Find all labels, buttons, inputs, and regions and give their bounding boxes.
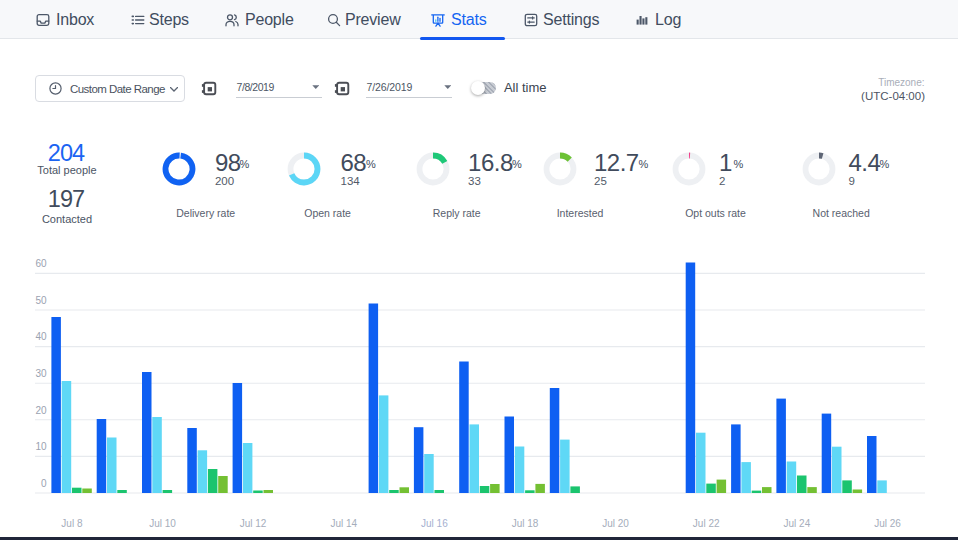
svg-text:40: 40 [35, 331, 47, 342]
svg-text:Jul 14: Jul 14 [330, 518, 357, 529]
svg-text:Jul 8: Jul 8 [61, 518, 83, 529]
svg-text:Jul 12: Jul 12 [240, 518, 267, 529]
svg-text:20: 20 [35, 405, 47, 416]
svg-text:Jul 24: Jul 24 [784, 518, 811, 529]
svg-text:Jul 22: Jul 22 [693, 518, 720, 529]
svg-text:Jul 10: Jul 10 [149, 518, 176, 529]
svg-text:Jul 16: Jul 16 [421, 518, 448, 529]
svg-text:10: 10 [35, 441, 47, 452]
svg-text:0: 0 [41, 478, 47, 489]
svg-text:Jul 20: Jul 20 [602, 518, 629, 529]
svg-text:Jul 26: Jul 26 [874, 518, 901, 529]
svg-text:50: 50 [35, 295, 47, 306]
svg-text:30: 30 [35, 368, 47, 379]
svg-text:Jul 18: Jul 18 [512, 518, 539, 529]
svg-text:60: 60 [35, 258, 47, 269]
